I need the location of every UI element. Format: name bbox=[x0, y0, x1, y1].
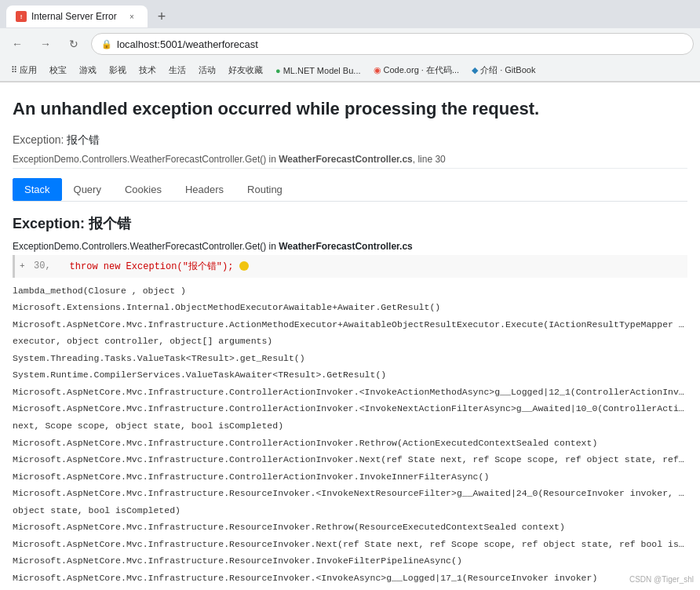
bookmark-label: 游戏 bbox=[79, 64, 97, 76]
exception-label: Exception: 报个错 bbox=[13, 133, 687, 148]
stack-trace-line-18: Microsoft.AspNetCore.Routing.EndpointMid… bbox=[13, 586, 687, 590]
bookmark-gitbook[interactable]: ◆ 介绍 · GitBook bbox=[467, 63, 540, 78]
expand-icon[interactable]: + bbox=[20, 261, 25, 271]
stack-trace-line-6: Microsoft.AspNetCore.Mvc.Infrastructure.… bbox=[13, 384, 687, 401]
bookmark-video[interactable]: 影视 bbox=[104, 63, 131, 78]
stack-trace-line-14: Microsoft.AspNetCore.Mvc.Infrastructure.… bbox=[13, 519, 687, 536]
stack-trace-line-2: Microsoft.AspNetCore.Mvc.Infrastructure.… bbox=[13, 316, 687, 333]
bookmark-favorites[interactable]: 好友收藏 bbox=[224, 63, 268, 78]
source-suffix: , line 30 bbox=[413, 154, 446, 165]
source-file: WeatherForecastController.cs bbox=[279, 154, 413, 165]
exception-label-text: Exception: bbox=[13, 133, 64, 146]
stack-trace-line-4: System.Threading.Tasks.ValueTask<TResult… bbox=[13, 350, 687, 367]
bookmark-mlnet[interactable]: ● ML.NET Model Bu... bbox=[271, 64, 366, 77]
stack-trace-line-1: Microsoft.Extensions.Internal.ObjectMeth… bbox=[13, 299, 687, 316]
bookmark-tech[interactable]: 技术 bbox=[134, 63, 161, 78]
stack-trace: lambda_method(Closure , object ) Microso… bbox=[13, 282, 687, 590]
bookmark-label: 活动 bbox=[199, 64, 216, 76]
stack-trace-line-7: Microsoft.AspNetCore.Mvc.Infrastructure.… bbox=[13, 400, 687, 417]
tab-title: Internal Server Error bbox=[31, 11, 117, 22]
section-title: Exception: 报个错 bbox=[13, 214, 687, 233]
tab-favicon: ! bbox=[16, 11, 27, 22]
line-number: 30, bbox=[34, 260, 51, 271]
stack-header-prefix: ExceptionDemo.Controllers.WeatherForecas… bbox=[13, 241, 279, 252]
tab-routing[interactable]: Routing bbox=[235, 178, 294, 201]
stack-trace-line-0: lambda_method(Closure , object ) bbox=[13, 282, 687, 300]
error-heading: An unhandled exception occurred while pr… bbox=[13, 98, 687, 121]
stack-trace-line-10: Microsoft.AspNetCore.Mvc.Infrastructure.… bbox=[13, 451, 687, 468]
url-text: localhost:5001/weatherforecast bbox=[117, 38, 258, 50]
bookmark-label: ML.NET Model Bu... bbox=[283, 66, 361, 75]
tab-close-button[interactable]: × bbox=[126, 10, 138, 23]
bookmark-label: 校宝 bbox=[49, 64, 67, 76]
stack-trace-line-11: Microsoft.AspNetCore.Mvc.Infrastructure.… bbox=[13, 468, 687, 486]
page-content: An unhandled exception occurred while pr… bbox=[0, 82, 700, 590]
watermark: CSDN @Tiger_shl bbox=[629, 575, 694, 584]
tab-cookies[interactable]: Cookies bbox=[113, 178, 173, 201]
stack-trace-line-8: next, Scope scope, object state, bool is… bbox=[13, 417, 687, 435]
bookmark-label: 技术 bbox=[139, 64, 156, 76]
lock-icon: 🔒 bbox=[101, 39, 112, 49]
bookmark-activity[interactable]: 活动 bbox=[194, 63, 221, 78]
tab-headers[interactable]: Headers bbox=[173, 178, 235, 201]
bookmark-games[interactable]: 游戏 bbox=[75, 63, 101, 78]
refresh-button[interactable]: ↻ bbox=[63, 33, 85, 55]
address-input[interactable]: 🔒 localhost:5001/weatherforecast bbox=[91, 33, 694, 55]
bookmark-life[interactable]: 生活 bbox=[164, 63, 191, 78]
stack-trace-line-16: Microsoft.AspNetCore.Mvc.Infrastructure.… bbox=[13, 552, 687, 570]
stack-trace-line-12: Microsoft.AspNetCore.Mvc.Infrastructure.… bbox=[13, 485, 687, 502]
back-button[interactable]: ← bbox=[6, 33, 28, 55]
new-tab-button[interactable]: + bbox=[151, 5, 173, 27]
bookmark-label: 好友收藏 bbox=[228, 64, 263, 76]
stack-trace-line-13: object state, bool isCompleted) bbox=[13, 502, 687, 519]
bookmark-label: 应用 bbox=[20, 64, 37, 76]
bookmark-codeorg[interactable]: ◉ Code.org · 在代码... bbox=[369, 63, 465, 78]
stack-trace-line-5: System.Runtime.CompilerServices.ValueTas… bbox=[13, 366, 687, 384]
debug-tabs: Stack Query Cookies Headers Routing bbox=[13, 178, 687, 202]
bookmark-apps[interactable]: ⠿ 应用 bbox=[6, 63, 42, 78]
stack-trace-line-17: Microsoft.AspNetCore.Mvc.Infrastructure.… bbox=[13, 570, 687, 587]
bookmark-label: 生活 bbox=[169, 64, 186, 76]
stack-header-file: WeatherForecastController.cs bbox=[279, 241, 413, 252]
yellow-dot-icon bbox=[239, 261, 249, 271]
bookmark-label: 介绍 · GitBook bbox=[480, 64, 535, 76]
bookmarks-bar: ⠿ 应用 校宝 游戏 影视 技术 生活 活动 好友收藏 ● ML.NET Mod… bbox=[0, 60, 700, 82]
bookmark-label: 影视 bbox=[109, 64, 126, 76]
stack-trace-line-9: Microsoft.AspNetCore.Mvc.Infrastructure.… bbox=[13, 435, 687, 452]
stack-trace-line-15: Microsoft.AspNetCore.Mvc.Infrastructure.… bbox=[13, 536, 687, 553]
stack-header: ExceptionDemo.Controllers.WeatherForecas… bbox=[13, 241, 687, 252]
tab-stack[interactable]: Stack bbox=[13, 178, 62, 201]
bookmark-label: Code.org · 在代码... bbox=[384, 64, 460, 76]
tab-bar: ! Internal Server Error × + bbox=[0, 0, 700, 28]
address-bar-row: ← → ↻ 🔒 localhost:5001/weatherforecast bbox=[0, 28, 700, 60]
exception-value: 报个错 bbox=[67, 133, 100, 146]
source-line: ExceptionDemo.Controllers.WeatherForecas… bbox=[13, 151, 687, 169]
code-line: + 30, throw new Exception("报个错"); bbox=[13, 255, 687, 278]
tab-query[interactable]: Query bbox=[62, 178, 113, 201]
source-prefix: ExceptionDemo.Controllers.WeatherForecas… bbox=[13, 154, 279, 165]
exception-section: Exception: 报个错 ExceptionDemo.Controllers… bbox=[13, 214, 687, 590]
active-tab[interactable]: ! Internal Server Error × bbox=[6, 5, 148, 27]
browser-chrome: ! Internal Server Error × + ← → ↻ 🔒 loca… bbox=[0, 0, 700, 82]
code-content: throw new Exception("报个错"); bbox=[70, 260, 234, 273]
bookmark-jiaobao[interactable]: 校宝 bbox=[45, 63, 71, 78]
forward-button[interactable]: → bbox=[35, 33, 57, 55]
stack-trace-line-3: executor, object controller, object[] ar… bbox=[13, 333, 687, 350]
